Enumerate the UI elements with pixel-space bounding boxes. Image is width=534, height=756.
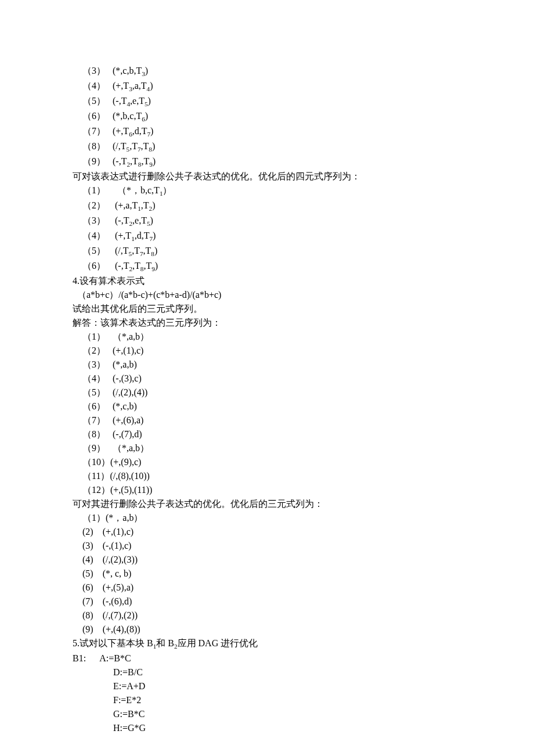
quad-line: （8） (/,T5,T7,T8)	[73, 139, 461, 154]
text-optimize-note: 可对该表达式进行删除公共子表达式的优化。优化后的四元式序列为：	[73, 170, 461, 183]
triple-line: （12）(+,(5),(11))	[73, 483, 461, 497]
triple-line: (3) (-,(1),c)	[73, 539, 461, 553]
triple-line: （6） (*,c,b)	[73, 399, 461, 413]
triple-line: (7) (-,(6),d)	[73, 595, 461, 609]
assign-line: E:=A+D	[73, 679, 461, 693]
quad-line: （9） (-,T2,T8,T9)	[73, 154, 461, 170]
triple-list-original: （1） （*,a,b） （2） (+,(1),c) （3） (*,a,b) （4…	[73, 330, 461, 497]
quad-line: （5） (-,T4,e,T5)	[73, 94, 461, 109]
q4-answer-intro: 解答：该算术表达式的三元序列为：	[73, 316, 461, 330]
assign-line: F:=E*2	[73, 693, 461, 707]
triple-line: (5) (*, c, b)	[73, 567, 461, 581]
triple-line: （11）(/,(8),(10))	[73, 469, 461, 483]
quad-line: （1） （*，b,c,T1）	[73, 183, 461, 199]
quad-line: （3） (*,c,b,T3)	[73, 64, 461, 79]
quad-list-optimized: （1） （*，b,c,T1） （2） (+,a,T1,T2) （3） (-,T2…	[73, 183, 461, 274]
quad-line: （3） (-,T2,e,T5)	[73, 214, 461, 229]
q4-expression: （a*b+c）/(a*b-c)+(c*b+a-d)/(a*b+c)	[73, 288, 461, 302]
q5-title: 5.试对以下基本块 B1和 B2应用 DAG 进行优化	[73, 636, 461, 651]
triple-line: (9) (+,(4),(8))	[73, 622, 461, 636]
quad-line: （6） (*,b,c,T6)	[73, 109, 461, 124]
quad-line: （4） (+,T3,a,T4)	[73, 79, 461, 94]
quad-list-original: （3） (*,c,b,T3) （4） (+,T3,a,T4) （5） (-,T4…	[73, 64, 461, 170]
q4-title: 4.设有算术表示式	[73, 274, 461, 288]
triple-line: （1） （*,a,b）	[73, 330, 461, 344]
assign-line: H:=G*G	[73, 721, 461, 735]
quad-line: （6） (-,T2,T8,T9)	[73, 259, 461, 274]
text-optimize-triple-note: 可对其进行删除公共子表达式的优化。优化后的三元式列为：	[73, 497, 461, 511]
triple-line: （3） (*,a,b)	[73, 358, 461, 372]
triple-line: (4) (/,(2),(3))	[73, 553, 461, 567]
triple-line: （7） (+,(6),a)	[73, 413, 461, 427]
triple-line: （1）(*，a,b）	[73, 511, 461, 525]
triple-line: （10）(+,(9),c)	[73, 455, 461, 469]
assign-line: G:=B*C	[73, 707, 461, 721]
triple-line: (8) (/,(7),(2))	[73, 609, 461, 622]
triple-line: （5） (/,(2),(4))	[73, 386, 461, 399]
triple-line: （2） (+,(1),c)	[73, 344, 461, 358]
triple-line: (2) (+,(1),c)	[73, 525, 461, 539]
b1-header: B1: A:=B*C	[73, 651, 461, 665]
assign-line: D:=B/C	[73, 665, 461, 679]
quad-line: （5） (/,T5,T7,T8)	[73, 244, 461, 259]
triple-line: (6) (+,(5),a)	[73, 581, 461, 595]
q4-instruction: 试给出其优化后的三元式序列。	[73, 302, 461, 316]
triple-list-optimized: （1）(*，a,b） (2) (+,(1),c) (3) (-,(1),c) (…	[73, 511, 461, 636]
quad-line: （7） (+,T6,d,T7)	[73, 124, 461, 139]
quad-line: （2） (+,a,T1,T2)	[73, 199, 461, 214]
triple-line: （9） （*,a,b）	[73, 441, 461, 455]
quad-line: （4） (+,T1,d,T7)	[73, 229, 461, 244]
triple-line: （4） (-,(3),c)	[73, 372, 461, 386]
b1-block: D:=B/C E:=A+D F:=E*2 G:=B*C H:=G*G	[73, 665, 461, 735]
triple-line: （8） (-,(7),d)	[73, 427, 461, 441]
